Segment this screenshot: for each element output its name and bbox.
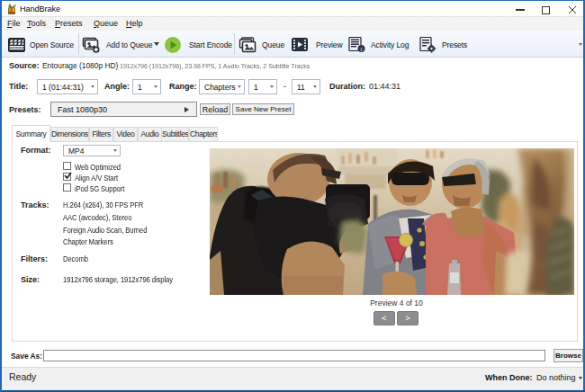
svg-text:i: i [361,46,363,52]
